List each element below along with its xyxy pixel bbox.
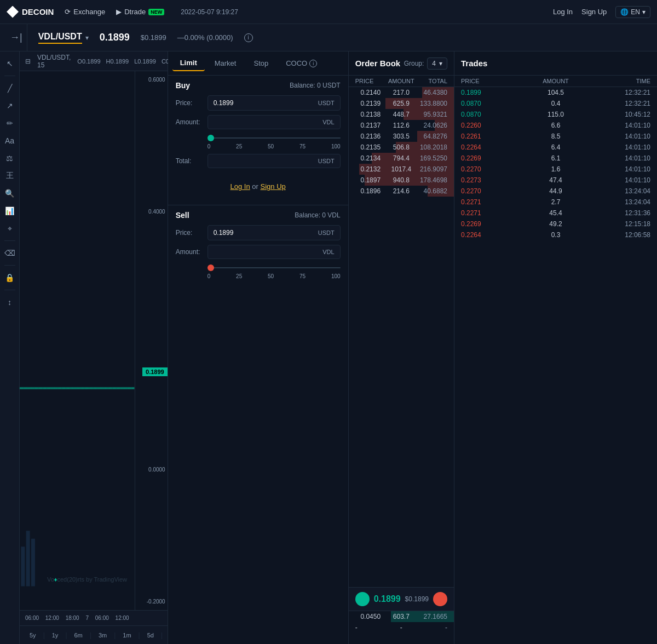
trade-row-13[interactable]: 0.2269 49.2 12:15:18 — [454, 219, 657, 229]
zoom-tool-icon[interactable]: 🔍 — [2, 186, 18, 201]
buy-total-unit: USDT — [318, 158, 335, 164]
pen-tool-icon[interactable]: ✏ — [2, 116, 18, 131]
exchange-nav-item[interactable]: ⟳ Exchange — [65, 8, 105, 16]
logo[interactable]: DECOIN — [7, 6, 54, 18]
ob-sell-total-10: 40.6882 — [417, 187, 447, 195]
tf-5y[interactable]: 5y — [25, 630, 41, 640]
erase-tool-icon[interactable]: ⌫ — [2, 245, 18, 261]
ob-sell-row-1[interactable]: 0.2140 217.0 46.4380 — [349, 87, 454, 98]
tab-limit[interactable]: Limit — [172, 55, 205, 71]
chart-type-icon[interactable]: 📊 — [2, 203, 18, 219]
coco-info-icon[interactable]: i — [309, 60, 317, 67]
ob-sell-total-6: 108.2018 — [417, 143, 447, 151]
trade-time-10: 13:24:04 — [587, 187, 650, 195]
tf-5d[interactable]: 5d — [143, 630, 158, 640]
pair-selector[interactable]: VDL/USDT ▾ — [38, 32, 89, 44]
sell-slider[interactable] — [208, 263, 341, 272]
ob-sell-row-2[interactable]: 0.2139 625.9 133.8800 — [349, 98, 454, 109]
sell-slider-thumb[interactable] — [208, 264, 214, 271]
trade-row-11[interactable]: 0.2271 2.7 13:24:04 — [454, 197, 657, 208]
sidebar-toggle-button[interactable]: →| — [5, 24, 27, 51]
trade-row-9[interactable]: 0.2273 47.4 14:01:10 — [454, 175, 657, 186]
exchange-icon: ⟳ — [65, 8, 71, 16]
trade-amount-4: 6.6 — [524, 122, 587, 129]
arrow-tool-icon[interactable]: ↗ — [2, 98, 18, 113]
ticker-info-icon[interactable]: i — [244, 33, 253, 42]
auth-login-link[interactable]: Log In — [230, 182, 250, 191]
trade-row-12[interactable]: 0.2271 45.4 12:31:36 — [454, 208, 657, 219]
chart-area[interactable]: 0.6000 0.4000 0.0000 -0.2000 0.1899 Vo♦c… — [20, 71, 168, 610]
ob-sell-price-6: 0.2135 — [355, 143, 386, 151]
ob-sell-row-3[interactable]: 0.2138 448.7 95.9321 — [349, 109, 454, 120]
buy-total-input[interactable]: USDT — [208, 154, 341, 168]
ob-mid-up-btn[interactable] — [355, 592, 370, 606]
trade-row-1[interactable]: 0.1899 104.5 12:32:21 — [454, 87, 657, 98]
dtrade-nav-item[interactable]: ▶ Dtrade NEW — [116, 8, 164, 16]
buy-total-label: Total: — [176, 157, 203, 165]
sell-price-input[interactable]: 0.1899 USDT — [208, 225, 341, 240]
trade-row-5[interactable]: 0.2261 8.5 14:01:10 — [454, 131, 657, 142]
trade-row-8[interactable]: 0.2270 1.6 14:01:10 — [454, 164, 657, 175]
ob-sell-row-4[interactable]: 0.2137 112.6 24.0626 — [349, 120, 454, 131]
buy-amount-unit: VDL — [322, 119, 334, 125]
sell-amount-input[interactable]: VDL — [208, 245, 341, 259]
language-selector[interactable]: 🌐 EN ▾ — [615, 6, 650, 18]
trade-amount-6: 6.4 — [524, 143, 587, 151]
auth-signup-link[interactable]: Sign Up — [261, 182, 286, 191]
ob-sell-row-10[interactable]: 0.1896 214.6 40.6882 — [349, 186, 454, 197]
tab-stop[interactable]: Stop — [246, 56, 276, 71]
ob-sell-row-9[interactable]: 0.1897 940.8 178.4698 — [349, 175, 454, 186]
buy-amount-row: Amount: VDL — [176, 115, 341, 129]
tf-6m[interactable]: 6m — [70, 630, 87, 640]
ob-buy-row-1[interactable]: 0.0450 603.7 27.1665 — [349, 611, 454, 622]
ob-sell-price-5: 0.2136 — [355, 133, 386, 140]
trade-time-11: 13:24:04 — [587, 198, 650, 206]
line-tool-icon[interactable]: ╱ — [2, 81, 18, 96]
signup-button[interactable]: Sign Up — [581, 8, 607, 16]
ob-buy-row-2[interactable]: - - - — [349, 622, 454, 633]
ob-sell-amount-9: 940.8 — [386, 176, 417, 184]
cursor-tool-icon[interactable]: ↖ — [2, 56, 18, 71]
trade-row-6[interactable]: 0.2264 6.4 14:01:10 — [454, 142, 657, 153]
chart-collapse-icon[interactable]: ⊟ — [25, 58, 31, 65]
trade-row-4[interactable]: 0.2260 6.6 14:01:10 — [454, 120, 657, 131]
ob-mid-down-btn[interactable] — [433, 592, 447, 606]
tf-1m[interactable]: 1m — [118, 630, 135, 640]
tf-1y[interactable]: 1y — [48, 630, 63, 640]
group-label: Group: — [404, 60, 424, 67]
ob-sell-row-7[interactable]: 0.2134 794.4 169.5250 — [349, 153, 454, 164]
ob-sell-row-8[interactable]: 0.2132 1017.4 216.9097 — [349, 164, 454, 175]
lock-tool-icon[interactable]: 🔒 — [2, 270, 18, 285]
trade-price-6: 0.2264 — [461, 143, 524, 151]
ob-sell-amount-1: 217.0 — [386, 89, 417, 96]
slider-label-0: 0 — [208, 143, 211, 150]
trades-header: Trades — [454, 51, 657, 76]
trade-row-3[interactable]: 0.0870 115.0 10:45:12 — [454, 109, 657, 120]
trade-row-14[interactable]: 0.2264 0.3 12:06:58 — [454, 229, 657, 240]
buy-amount-input[interactable]: VDL — [208, 115, 341, 129]
tab-coco[interactable]: COCO i — [278, 56, 325, 71]
measure-tool-icon[interactable]: ⚖ — [2, 151, 18, 166]
trade-row-2[interactable]: 0.0870 0.4 12:32:21 — [454, 98, 657, 109]
text-tool-icon[interactable]: Aa — [2, 133, 18, 148]
trade-price-2: 0.0870 — [461, 100, 524, 107]
group-dropdown[interactable]: 4 ▾ — [427, 58, 447, 70]
tab-market[interactable]: Market — [207, 56, 244, 71]
trades-panel: Trades PRICE AMOUNT TIME 0.1899 104.5 12… — [454, 51, 657, 644]
trade-row-7[interactable]: 0.2269 6.1 14:01:10 — [454, 153, 657, 164]
buy-slider[interactable] — [208, 134, 341, 142]
chart-price-label: 0.1899 — [142, 367, 168, 376]
trade-row-10[interactable]: 0.2270 44.9 13:24:04 — [454, 186, 657, 197]
trade-time-8: 14:01:10 — [587, 165, 650, 173]
ob-sell-row-6[interactable]: 0.2135 506.8 108.2018 — [349, 142, 454, 153]
indicator-icon[interactable]: ⌖ — [2, 221, 18, 236]
pattern-tool-icon[interactable]: 王 — [2, 168, 18, 183]
buy-price-input[interactable]: 0.1899 USDT — [208, 95, 341, 111]
ob-sell-row-5[interactable]: 0.2136 303.5 64.8276 — [349, 131, 454, 142]
logo-diamond-icon — [7, 6, 19, 18]
login-button[interactable]: Log In — [553, 8, 573, 16]
up-down-icon[interactable]: ↕ — [2, 295, 18, 310]
dtrade-label: Dtrade — [124, 8, 146, 16]
tf-3m[interactable]: 3m — [94, 630, 111, 640]
buy-slider-thumb[interactable] — [208, 135, 214, 141]
